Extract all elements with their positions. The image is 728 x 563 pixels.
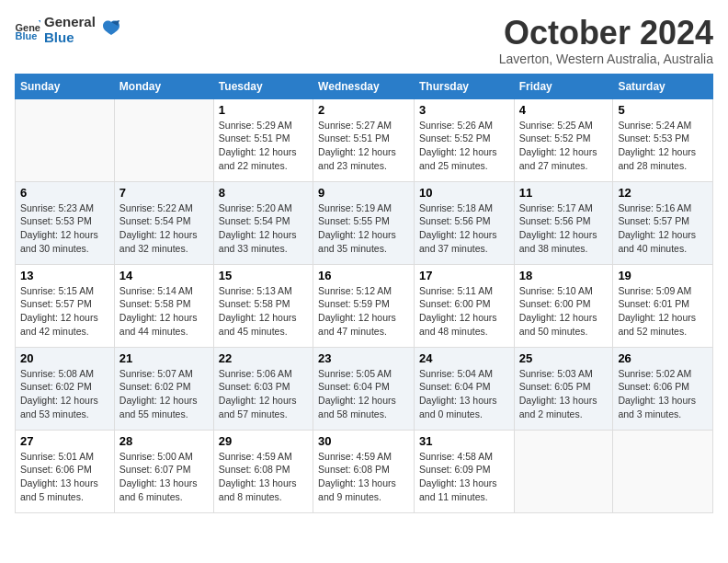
day-number: 26 [618,351,708,365]
day-info: Sunrise: 5:20 AM Sunset: 5:54 PM Dayligh… [219,201,308,256]
day-header-sunday: Sunday [16,74,115,98]
day-number: 13 [20,269,109,282]
day-number: 5 [618,103,708,117]
calendar-cell: 17Sunrise: 5:11 AM Sunset: 6:00 PM Dayli… [414,264,514,347]
logo-blue-text: Blue [44,30,96,46]
calendar-cell: 9Sunrise: 5:19 AM Sunset: 5:55 PM Daylig… [313,181,415,264]
day-number: 10 [419,186,509,200]
day-info: Sunrise: 5:02 AM Sunset: 6:06 PM Dayligh… [618,367,708,421]
calendar-cell: 26Sunrise: 5:02 AM Sunset: 6:06 PM Dayli… [613,347,713,430]
calendar-cell: 14Sunrise: 5:14 AM Sunset: 5:58 PM Dayli… [114,264,213,347]
day-number: 24 [419,351,509,365]
day-info: Sunrise: 4:58 AM Sunset: 6:09 PM Dayligh… [419,450,509,504]
day-info: Sunrise: 5:24 AM Sunset: 5:53 PM Dayligh… [618,119,708,173]
day-info: Sunrise: 5:27 AM Sunset: 5:51 PM Dayligh… [318,119,409,173]
day-header-wednesday: Wednesday [313,74,415,98]
title-area: October 2024 Laverton, Western Australia… [499,15,713,66]
day-header-monday: Monday [114,74,213,98]
day-info: Sunrise: 5:08 AM Sunset: 6:02 PM Dayligh… [20,367,109,421]
day-number: 25 [519,351,609,365]
calendar-cell: 18Sunrise: 5:10 AM Sunset: 6:00 PM Dayli… [514,264,613,347]
day-info: Sunrise: 5:07 AM Sunset: 6:02 PM Dayligh… [119,367,209,421]
calendar-cell: 21Sunrise: 5:07 AM Sunset: 6:02 PM Dayli… [114,347,213,430]
location-subtitle: Laverton, Western Australia, Australia [499,52,713,66]
day-info: Sunrise: 5:12 AM Sunset: 5:59 PM Dayligh… [318,284,409,339]
logo-icon: General Blue [15,20,40,40]
calendar-cell [114,98,213,181]
day-number: 31 [419,434,509,448]
calendar-cell: 19Sunrise: 5:09 AM Sunset: 6:01 PM Dayli… [613,264,713,347]
day-info: Sunrise: 5:23 AM Sunset: 5:53 PM Dayligh… [20,201,109,256]
calendar-cell: 27Sunrise: 5:01 AM Sunset: 6:06 PM Dayli… [16,430,115,512]
calendar-cell: 4Sunrise: 5:25 AM Sunset: 5:52 PM Daylig… [514,98,613,181]
day-number: 20 [20,351,109,365]
day-info: Sunrise: 5:19 AM Sunset: 5:55 PM Dayligh… [318,201,409,256]
calendar-cell [613,430,713,512]
calendar-header-row: SundayMondayTuesdayWednesdayThursdayFrid… [16,74,713,98]
day-info: Sunrise: 5:00 AM Sunset: 6:07 PM Dayligh… [119,450,209,504]
week-row-2: 6Sunrise: 5:23 AM Sunset: 5:53 PM Daylig… [16,181,713,264]
day-info: Sunrise: 5:15 AM Sunset: 5:57 PM Dayligh… [20,284,109,339]
calendar-cell: 7Sunrise: 5:22 AM Sunset: 5:54 PM Daylig… [114,181,213,264]
week-row-3: 13Sunrise: 5:15 AM Sunset: 5:57 PM Dayli… [16,264,713,347]
day-info: Sunrise: 5:29 AM Sunset: 5:51 PM Dayligh… [219,119,308,173]
logo-bird-icon [101,18,121,39]
day-info: Sunrise: 5:01 AM Sunset: 6:06 PM Dayligh… [20,450,109,504]
day-number: 11 [519,186,609,200]
day-info: Sunrise: 5:10 AM Sunset: 6:00 PM Dayligh… [519,284,609,339]
day-number: 8 [219,186,308,200]
day-info: Sunrise: 5:05 AM Sunset: 6:04 PM Dayligh… [318,367,409,421]
day-number: 19 [618,269,708,282]
calendar-cell [16,98,115,181]
svg-text:Blue: Blue [15,30,37,40]
calendar-cell: 23Sunrise: 5:05 AM Sunset: 6:04 PM Dayli… [313,347,415,430]
calendar-cell: 6Sunrise: 5:23 AM Sunset: 5:53 PM Daylig… [16,181,115,264]
calendar-cell: 5Sunrise: 5:24 AM Sunset: 5:53 PM Daylig… [613,98,713,181]
day-info: Sunrise: 5:13 AM Sunset: 5:58 PM Dayligh… [219,284,308,339]
day-info: Sunrise: 5:14 AM Sunset: 5:58 PM Dayligh… [119,284,209,339]
day-info: Sunrise: 5:04 AM Sunset: 6:04 PM Dayligh… [419,367,509,421]
calendar-cell: 29Sunrise: 4:59 AM Sunset: 6:08 PM Dayli… [213,430,313,512]
calendar-cell [514,430,613,512]
day-number: 1 [219,103,308,117]
calendar-cell: 20Sunrise: 5:08 AM Sunset: 6:02 PM Dayli… [16,347,115,430]
day-info: Sunrise: 4:59 AM Sunset: 6:08 PM Dayligh… [318,450,409,504]
logo: General Blue General Blue [15,15,121,45]
month-title: October 2024 [499,15,713,52]
calendar-cell: 10Sunrise: 5:18 AM Sunset: 5:56 PM Dayli… [414,181,514,264]
day-header-saturday: Saturday [613,74,713,98]
day-number: 7 [119,186,209,200]
calendar-cell: 15Sunrise: 5:13 AM Sunset: 5:58 PM Dayli… [213,264,313,347]
day-number: 22 [219,351,308,365]
calendar-cell: 11Sunrise: 5:17 AM Sunset: 5:56 PM Dayli… [514,181,613,264]
day-info: Sunrise: 5:26 AM Sunset: 5:52 PM Dayligh… [419,119,509,173]
day-info: Sunrise: 5:11 AM Sunset: 6:00 PM Dayligh… [419,284,509,339]
day-number: 12 [618,186,708,200]
day-number: 28 [119,434,209,448]
day-header-friday: Friday [514,74,613,98]
calendar-cell: 12Sunrise: 5:16 AM Sunset: 5:57 PM Dayli… [613,181,713,264]
day-number: 29 [219,434,308,448]
day-info: Sunrise: 5:06 AM Sunset: 6:03 PM Dayligh… [219,367,308,421]
calendar-cell: 13Sunrise: 5:15 AM Sunset: 5:57 PM Dayli… [16,264,115,347]
day-number: 17 [419,269,509,282]
calendar-cell: 24Sunrise: 5:04 AM Sunset: 6:04 PM Dayli… [414,347,514,430]
calendar-cell: 30Sunrise: 4:59 AM Sunset: 6:08 PM Dayli… [313,430,415,512]
day-info: Sunrise: 5:17 AM Sunset: 5:56 PM Dayligh… [519,201,609,256]
day-number: 23 [318,351,409,365]
week-row-1: 1Sunrise: 5:29 AM Sunset: 5:51 PM Daylig… [16,98,713,181]
calendar-cell: 31Sunrise: 4:58 AM Sunset: 6:09 PM Dayli… [414,430,514,512]
calendar-cell: 16Sunrise: 5:12 AM Sunset: 5:59 PM Dayli… [313,264,415,347]
day-header-tuesday: Tuesday [213,74,313,98]
day-number: 18 [519,269,609,282]
calendar-cell: 2Sunrise: 5:27 AM Sunset: 5:51 PM Daylig… [313,98,415,181]
calendar-cell: 28Sunrise: 5:00 AM Sunset: 6:07 PM Dayli… [114,430,213,512]
week-row-4: 20Sunrise: 5:08 AM Sunset: 6:02 PM Dayli… [16,347,713,430]
day-number: 21 [119,351,209,365]
calendar-cell: 25Sunrise: 5:03 AM Sunset: 6:05 PM Dayli… [514,347,613,430]
day-info: Sunrise: 4:59 AM Sunset: 6:08 PM Dayligh… [219,450,308,504]
day-number: 2 [318,103,409,117]
day-number: 16 [318,269,409,282]
week-row-5: 27Sunrise: 5:01 AM Sunset: 6:06 PM Dayli… [16,430,713,512]
day-number: 14 [119,269,209,282]
